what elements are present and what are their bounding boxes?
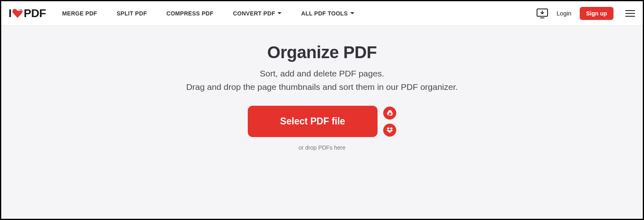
header-right: Login Sign up — [536, 7, 635, 20]
upload-row: Select PDF file — [248, 106, 397, 137]
page-title: Organize PDF — [267, 43, 377, 62]
subtitle-line-2: Drag and drop the page thumbnails and so… — [186, 82, 458, 91]
drop-hint: or drop PDFs here — [299, 144, 345, 151]
select-pdf-button[interactable]: Select PDF file — [248, 106, 378, 137]
logo-text-suffix: PDF — [24, 7, 46, 20]
cloud-buttons — [383, 107, 396, 137]
nav-all-pdf-tools[interactable]: ALL PDF TOOLS — [301, 10, 354, 17]
google-drive-icon — [387, 110, 393, 115]
main-content: Organize PDF Sort, add and delete PDF pa… — [1, 26, 643, 151]
chevron-down-icon — [350, 12, 354, 14]
nav-convert-label: CONVERT PDF — [233, 10, 275, 17]
subtitle-line-1: Sort, add and delete PDF pages. — [260, 69, 384, 78]
nav-merge-pdf[interactable]: MERGE PDF — [62, 10, 97, 17]
main-nav: MERGE PDF SPLIT PDF COMPRESS PDF CONVERT… — [62, 10, 354, 17]
download-desktop-icon[interactable] — [536, 8, 548, 19]
heart-icon — [12, 9, 23, 18]
nav-convert-pdf[interactable]: CONVERT PDF — [233, 10, 282, 17]
nav-all-tools-label: ALL PDF TOOLS — [301, 10, 348, 17]
nav-split-pdf[interactable]: SPLIT PDF — [117, 10, 147, 17]
login-link[interactable]: Login — [557, 10, 572, 17]
header: I PDF MERGE PDF SPLIT PDF COMPRESS PDF C… — [1, 1, 643, 26]
nav-compress-pdf[interactable]: COMPRESS PDF — [166, 10, 214, 17]
logo[interactable]: I PDF — [9, 7, 46, 20]
menu-icon[interactable] — [625, 9, 635, 17]
page-subtitle: Sort, add and delete PDF pages. Drag and… — [186, 67, 458, 94]
dropbox-button[interactable] — [383, 124, 396, 137]
logo-text-prefix: I — [9, 7, 11, 20]
dropbox-icon — [386, 127, 393, 133]
signup-button[interactable]: Sign up — [580, 7, 613, 20]
chevron-down-icon — [277, 12, 282, 14]
google-drive-button[interactable] — [383, 107, 396, 120]
